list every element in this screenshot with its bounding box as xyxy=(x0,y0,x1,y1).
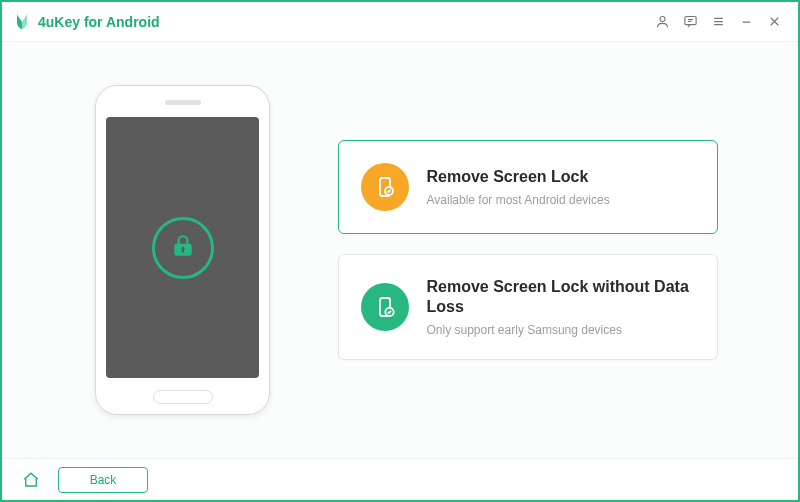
app-window: 4uKey for Android xyxy=(0,0,800,502)
option-text: Remove Screen Lock Available for most An… xyxy=(427,167,610,207)
option-subtitle: Available for most Android devices xyxy=(427,193,610,207)
svg-rect-1 xyxy=(684,17,695,25)
app-logo: 4uKey for Android xyxy=(12,12,160,32)
phone-illustration xyxy=(83,85,283,415)
lock-icon xyxy=(170,233,196,263)
back-button-label: Back xyxy=(90,473,117,487)
app-title: 4uKey for Android xyxy=(38,14,160,30)
phone-check-icon xyxy=(361,283,409,331)
minimize-button[interactable] xyxy=(732,8,760,36)
footer: Back xyxy=(2,458,798,500)
option-title: Remove Screen Lock xyxy=(427,167,610,187)
back-button[interactable]: Back xyxy=(58,467,148,493)
feedback-button[interactable] xyxy=(676,8,704,36)
option-text: Remove Screen Lock without Data Loss Onl… xyxy=(427,277,695,337)
option-subtitle: Only support early Samsung devices xyxy=(427,323,695,337)
lock-ring xyxy=(152,217,214,279)
account-button[interactable] xyxy=(648,8,676,36)
phone-body xyxy=(95,85,270,415)
option-remove-screen-lock[interactable]: Remove Screen Lock Available for most An… xyxy=(338,140,718,234)
titlebar: 4uKey for Android xyxy=(2,2,798,42)
phone-speaker xyxy=(165,100,201,105)
options-list: Remove Screen Lock Available for most An… xyxy=(338,140,718,360)
main-content: Remove Screen Lock Available for most An… xyxy=(2,42,798,458)
phone-home-button xyxy=(153,390,213,404)
phone-unlock-icon xyxy=(361,163,409,211)
option-title: Remove Screen Lock without Data Loss xyxy=(427,277,695,317)
option-remove-without-data-loss[interactable]: Remove Screen Lock without Data Loss Onl… xyxy=(338,254,718,360)
svg-point-0 xyxy=(660,17,665,22)
menu-button[interactable] xyxy=(704,8,732,36)
phone-screen xyxy=(106,117,259,378)
logo-icon xyxy=(12,12,32,32)
close-button[interactable] xyxy=(760,8,788,36)
home-button[interactable] xyxy=(18,467,44,493)
